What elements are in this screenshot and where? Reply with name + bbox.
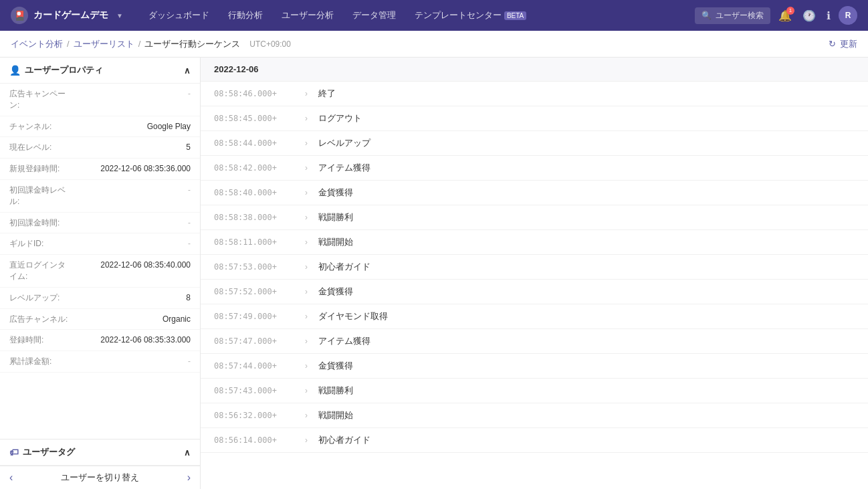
event-row[interactable]: 08:58:42.000+ › アイテム獲得: [201, 156, 868, 181]
app-logo[interactable]: 🎴 カードゲームデモ ▼: [11, 7, 123, 24]
prop-row-level: 現在レベル: 5: [0, 137, 200, 159]
event-time: 08:57:52.000+: [214, 287, 294, 296]
prev-user-button[interactable]: ‹: [9, 472, 13, 484]
event-expand-icon: ›: [305, 138, 308, 148]
event-expand-icon: ›: [305, 312, 308, 321]
breadcrumb-event-analysis[interactable]: イベント分析: [11, 38, 63, 50]
events-list: 08:58:46.000+ › 終了 08:58:45.000+ › ログアウト…: [201, 82, 868, 453]
nav-dashboard[interactable]: ダッシュボード: [139, 0, 219, 31]
event-time: 08:56:32.000+: [214, 411, 294, 420]
prop-value-last-login: 2022-12-06 08:35:40.000: [75, 260, 191, 271]
event-row[interactable]: 08:56:14.000+ › 初心者ガイド: [201, 428, 868, 453]
event-row[interactable]: 08:58:11.000+ › 戦闘開始: [201, 230, 868, 255]
user-tags-collapse-icon: ∧: [184, 448, 191, 458]
user-properties-collapse-icon: ∧: [184, 66, 191, 76]
event-row[interactable]: 08:57:47.000+ › アイテム獲得: [201, 329, 868, 354]
prop-row-ad-channel: 広告チャンネル: Organic: [0, 309, 200, 330]
event-expand-icon: ›: [305, 361, 308, 371]
event-expand-icon: ›: [305, 114, 308, 123]
event-expand-icon: ›: [305, 287, 308, 296]
event-row[interactable]: 08:58:46.000+ › 終了: [201, 82, 868, 106]
event-name: 戦闘勝利: [318, 211, 353, 223]
event-row[interactable]: 08:57:43.000+ › 戦闘勝利: [201, 379, 868, 403]
event-row[interactable]: 08:58:45.000+ › ログアウト: [201, 106, 868, 131]
event-time: 08:58:11.000+: [214, 237, 294, 247]
event-name: 戦闘開始: [318, 409, 353, 421]
logo-dropdown-arrow: ▼: [116, 12, 123, 19]
event-expand-icon: ›: [305, 262, 308, 272]
event-time: 08:56:14.000+: [214, 435, 294, 445]
event-row[interactable]: 08:57:49.000+ › ダイヤモンド取得: [201, 304, 868, 329]
user-search[interactable]: 🔍 ユーザー検索: [695, 7, 770, 24]
nav-behavior[interactable]: 行動分析: [219, 0, 272, 31]
prop-value-first-charge-level: -: [75, 185, 191, 196]
prop-row-channel: チャンネル: Google Play: [0, 116, 200, 138]
main-layout: 👤 ユーザープロパティ ∧ 広告キャンペーン: - チャンネル: Google …: [0, 58, 868, 489]
event-name: 終了: [318, 88, 336, 100]
event-time: 08:58:45.000+: [214, 114, 294, 123]
event-row[interactable]: 08:57:44.000+ › 金貨獲得: [201, 354, 868, 379]
user-properties-icon: 👤: [9, 65, 21, 76]
user-properties-list: 広告キャンペーン: - チャンネル: Google Play 現在レベル: 5 …: [0, 84, 200, 439]
event-time: 08:58:46.000+: [214, 89, 294, 98]
notification-badge: 1: [786, 7, 794, 15]
prop-label-ad-channel: 広告チャンネル:: [9, 314, 70, 325]
nav-users[interactable]: ユーザー分析: [272, 0, 343, 31]
next-user-button[interactable]: ›: [187, 472, 191, 484]
user-tags-label: ユーザータグ: [23, 446, 75, 458]
refresh-icon: ↻: [829, 39, 836, 49]
notification-button[interactable]: 🔔 1: [776, 7, 794, 25]
prop-value-ad-channel: Organic: [75, 314, 191, 325]
prop-value-signup-time: 2022-12-06 08:35:33.000: [75, 334, 191, 346]
refresh-button[interactable]: ↻ 更新: [829, 38, 857, 50]
event-name: 初心者ガイド: [318, 261, 370, 273]
switch-user-label: ユーザーを切り替え: [61, 472, 139, 484]
event-name: 金貨獲得: [318, 360, 353, 372]
prop-row-signup-time: 登録時間: 2022-12-06 08:35:33.000: [0, 330, 200, 351]
prop-row-levelup: レベルアップ: 8: [0, 288, 200, 309]
user-tags-section[interactable]: 🏷 ユーザータグ ∧: [0, 439, 200, 466]
event-row[interactable]: 08:57:52.000+ › 金貨獲得: [201, 280, 868, 304]
breadcrumb-user-list[interactable]: ユーザーリスト: [74, 38, 134, 50]
prop-value-ad-campaign: -: [75, 88, 191, 100]
prop-label-total-charge: 累計課金額:: [9, 356, 70, 367]
prop-label-first-charge-time: 初回課金時間:: [9, 217, 70, 229]
prop-label-levelup: レベルアップ:: [9, 292, 70, 304]
prop-row-first-charge-level: 初回課金時レベル: -: [0, 180, 200, 213]
event-row[interactable]: 08:57:53.000+ › 初心者ガイド: [201, 255, 868, 280]
event-row[interactable]: 08:58:44.000+ › レベルアップ: [201, 131, 868, 156]
event-name: アイテム獲得: [318, 335, 370, 347]
breadcrumb-bar: イベント分析 / ユーザーリスト / ユーザー行動シーケンス UTC+09:00…: [0, 31, 868, 58]
event-row[interactable]: 08:58:40.000+ › 金貨獲得: [201, 181, 868, 205]
event-time: 08:57:43.000+: [214, 386, 294, 395]
clock-button[interactable]: 🕐: [800, 7, 819, 25]
event-expand-icon: ›: [305, 213, 308, 222]
user-avatar[interactable]: R: [839, 6, 857, 25]
breadcrumb-sep-1: /: [67, 39, 70, 49]
event-time: 08:58:42.000+: [214, 163, 294, 173]
nav-templates[interactable]: テンプレートセンター BETA: [405, 0, 536, 31]
event-row[interactable]: 08:56:32.000+ › 戦闘開始: [201, 403, 868, 428]
search-icon: 🔍: [701, 11, 712, 20]
top-navigation: 🎴 カードゲームデモ ▼ ダッシュボード 行動分析 ユーザー分析 データ管理 テ…: [0, 0, 868, 31]
event-row[interactable]: 08:58:38.000+ › 戦闘勝利: [201, 205, 868, 230]
event-time: 08:57:47.000+: [214, 336, 294, 346]
event-name: 金貨獲得: [318, 286, 353, 298]
date-header: 2022-12-06: [201, 58, 868, 82]
info-button[interactable]: ℹ: [824, 7, 833, 25]
nav-data[interactable]: データ管理: [343, 0, 405, 31]
prop-value-channel: Google Play: [75, 121, 191, 132]
event-name: ダイヤモンド取得: [318, 310, 388, 322]
event-expand-icon: ›: [305, 89, 308, 98]
event-time: 08:58:40.000+: [214, 188, 294, 197]
nav-items: ダッシュボード 行動分析 ユーザー分析 データ管理 テンプレートセンター BET…: [139, 0, 695, 31]
prop-value-total-charge: -: [75, 356, 191, 367]
event-expand-icon: ›: [305, 435, 308, 445]
user-properties-section[interactable]: 👤 ユーザープロパティ ∧: [0, 58, 200, 84]
event-expand-icon: ›: [305, 411, 308, 420]
event-name: ログアウト: [318, 112, 362, 124]
nav-right-actions: 🔍 ユーザー検索 🔔 1 🕐 ℹ R: [695, 6, 857, 25]
prop-row-ad-campaign: 広告キャンペーン: -: [0, 84, 200, 116]
prop-label-channel: チャンネル:: [9, 121, 70, 132]
events-content: 2022-12-06 08:58:46.000+ › 終了 08:58:45.0…: [201, 58, 868, 489]
